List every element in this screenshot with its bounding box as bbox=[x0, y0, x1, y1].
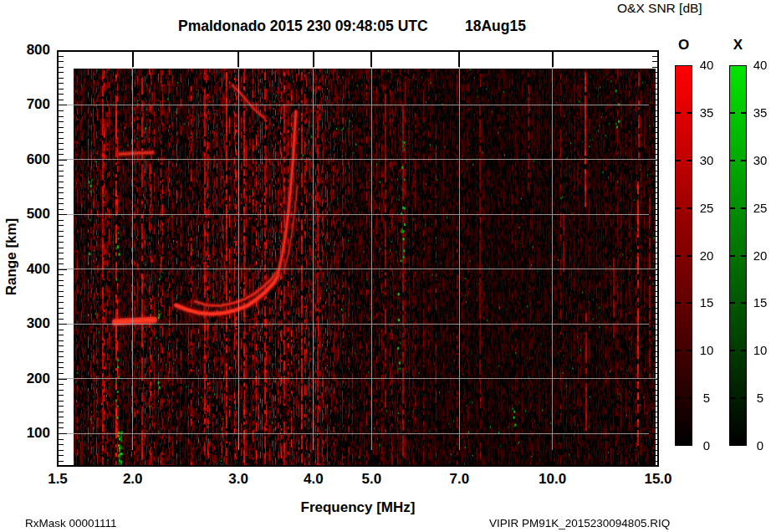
colorbar-tick bbox=[676, 302, 681, 304]
colorbar-tick bbox=[730, 397, 735, 399]
colorbar-tick bbox=[676, 397, 681, 399]
colorbar-tick-label: 15 bbox=[692, 295, 722, 310]
footer-filename: VIPIR PM91K_2015230094805.RIQ bbox=[489, 517, 670, 529]
colorbar-tick-label: 40 bbox=[745, 58, 771, 73]
colorbar-tick bbox=[676, 207, 681, 209]
colorbar-tick bbox=[730, 350, 735, 351]
colorbar-tick-label: 0 bbox=[692, 438, 722, 453]
ionogram-screen: Pmaldonado 2015 230 09:48:05 UTC 18Aug15… bbox=[0, 0, 771, 532]
colorbar-tick bbox=[676, 160, 681, 161]
colorbar-tick bbox=[730, 160, 735, 161]
colorbar-tick-label: 0 bbox=[745, 438, 771, 453]
colorbar-tick-label: 20 bbox=[692, 248, 722, 263]
colorbar-tick-label: 30 bbox=[745, 153, 771, 168]
colorbar-tick-label: 15 bbox=[745, 295, 771, 310]
colorbar-tick bbox=[730, 112, 735, 114]
colorbar-tick bbox=[730, 255, 735, 257]
colorbar-tick-label: 35 bbox=[745, 105, 771, 120]
colorbar-tick-label: 20 bbox=[745, 248, 771, 263]
colorbar-tick bbox=[676, 350, 681, 351]
colorbar-tick-label: 35 bbox=[692, 105, 722, 120]
footer-rxmask: RxMask 00001111 bbox=[25, 517, 117, 529]
colorbar-tick-label: 25 bbox=[745, 201, 771, 216]
colorbar-tick bbox=[730, 302, 735, 304]
colorbar-tick-label: 10 bbox=[692, 343, 722, 358]
colorbar-tick bbox=[730, 207, 735, 209]
colorbar-tick-label: 5 bbox=[745, 391, 771, 406]
colorbar-area: 40353025201510504035302520151050 bbox=[0, 0, 771, 532]
colorbar-tick-label: 25 bbox=[692, 201, 722, 216]
colorbar-tick-label: 5 bbox=[692, 391, 722, 406]
colorbar-tick-label: 40 bbox=[692, 58, 722, 73]
colorbar-tick bbox=[676, 255, 681, 257]
colorbar-tick-label: 10 bbox=[745, 343, 771, 358]
colorbar-tick bbox=[676, 112, 681, 114]
colorbar-tick-label: 30 bbox=[692, 153, 722, 168]
